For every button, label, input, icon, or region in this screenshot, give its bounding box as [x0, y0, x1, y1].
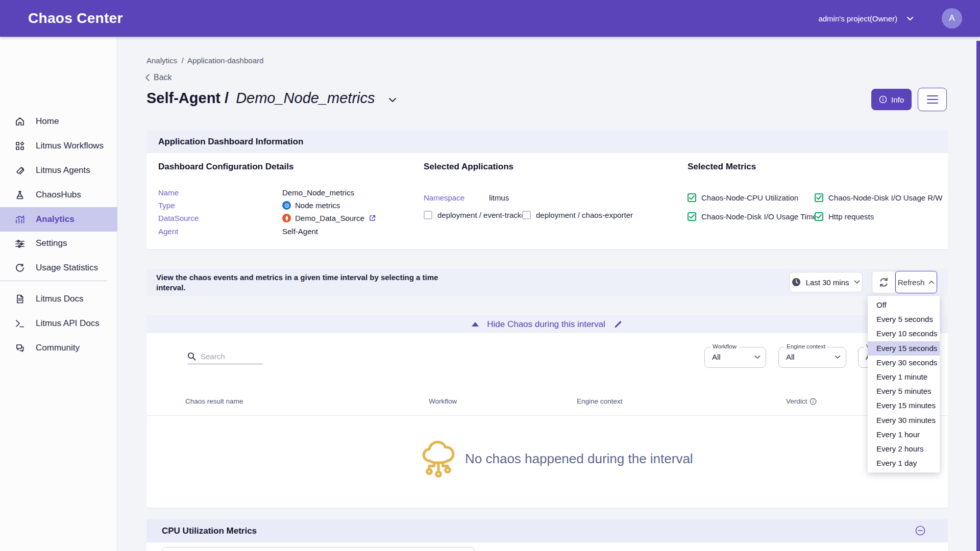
- menu-item-every-2-hours[interactable]: Every 2 hours: [868, 442, 940, 456]
- config-datasource-value: Demo_Data_Source: [282, 214, 376, 222]
- checkbox-label: Http requests: [828, 212, 874, 221]
- menu-item-every-5-seconds[interactable]: Every 5 seconds: [868, 312, 940, 327]
- sidebar-item-label: Home: [36, 116, 59, 127]
- workflow-filter-select[interactable]: Workflow All: [704, 347, 766, 368]
- sidebar-item-label: Litmus API Docs: [36, 318, 100, 329]
- sidebar-item-label: Litmus Workflows: [36, 141, 104, 151]
- menu-item-every-1-minute[interactable]: Every 1 minute: [868, 370, 940, 384]
- sidebar-item-chaoshubs[interactable]: ChaosHubs: [0, 183, 117, 207]
- sidebar-item-litmus-agents[interactable]: Litmus Agents: [0, 158, 117, 183]
- menu-item-every-1-hour[interactable]: Every 1 hour: [868, 428, 940, 442]
- sidebar-item-label: Litmus Docs: [36, 294, 84, 304]
- column-header-workflow: Workflow: [429, 397, 457, 405]
- panel-title: Application Dashboard Information: [158, 137, 303, 147]
- menu-item-every-15-minutes[interactable]: Every 15 minutes: [868, 398, 940, 413]
- title-dropdown-caret[interactable]: [388, 95, 397, 105]
- engine-context-filter-select[interactable]: Engine context All: [778, 347, 846, 368]
- title-agent: Self-Agent /: [146, 90, 229, 107]
- api-docs-icon: [14, 318, 26, 329]
- collapse-triangle-icon[interactable]: [472, 322, 479, 327]
- chevron-down-icon: [835, 355, 841, 359]
- search-field: [187, 349, 263, 364]
- docs-icon: [14, 293, 26, 305]
- metric-checkbox-http-requests[interactable]: Http requests: [815, 212, 874, 221]
- metric-checkbox-disk-io-rw[interactable]: Chaos-Node-Disk I/O Usage R/W: [815, 193, 942, 202]
- sidebar-item-settings[interactable]: Settings: [0, 231, 117, 256]
- table-divider: [146, 415, 948, 416]
- checkbox-unchecked-icon[interactable]: [522, 211, 531, 219]
- vertical-scrollbar[interactable]: [976, 41, 980, 551]
- sidebar-item-label: Analytics: [36, 214, 75, 224]
- chaos-collapse-bar: Hide Chaos during this interval: [146, 315, 948, 333]
- cpu-section-title: CPU Utilization Metrics: [162, 526, 257, 536]
- sidebar-item-usage-statistics[interactable]: Usage Statistics: [0, 256, 117, 280]
- menu-item-every-1-day[interactable]: Every 1 day: [868, 456, 940, 470]
- checkbox-label: Chaos-Node-Disk I/O Usage Times: [701, 212, 821, 221]
- menu-item-off[interactable]: Off: [868, 298, 940, 312]
- cpu-utilization-section-header: CPU Utilization Metrics: [146, 519, 948, 542]
- edit-pencil-icon[interactable]: [614, 320, 623, 329]
- time-range-select[interactable]: Last 30 mins: [789, 272, 863, 292]
- checkbox-checked-icon[interactable]: [815, 193, 823, 202]
- refresh-interval-dropdown-button[interactable]: Refresh: [895, 271, 937, 293]
- chevron-down-icon: [754, 355, 761, 359]
- cpu-section-body: [146, 542, 948, 551]
- application-checkbox-event-tracker[interactable]: deployment / event-tracker: [424, 211, 528, 219]
- menu-item-every-10-seconds[interactable]: Every 10 seconds: [868, 327, 940, 341]
- application-dashboard-information-panel: Application Dashboard Information Dashbo…: [146, 130, 948, 249]
- back-button[interactable]: Back: [145, 73, 172, 82]
- selected-metrics-heading: Selected Metrics: [688, 162, 756, 172]
- checkbox-checked-icon[interactable]: [688, 193, 696, 202]
- avatar[interactable]: A: [942, 8, 962, 29]
- checkbox-unchecked-icon[interactable]: [424, 211, 432, 219]
- sidebar-item-litmus-workflows[interactable]: Litmus Workflows: [0, 134, 117, 158]
- info-button-label: Info: [891, 95, 904, 104]
- checkbox-label: Chaos-Node-CPU Utilization: [701, 193, 798, 202]
- external-link-icon[interactable]: [369, 214, 376, 222]
- checkbox-checked-icon[interactable]: [815, 212, 823, 221]
- column-header-chaos-result-name: Chaos result name: [185, 397, 243, 405]
- breadcrumb-analytics[interactable]: Analytics: [146, 56, 177, 65]
- namespace-label: Namespace: [424, 193, 464, 202]
- application-checkbox-chaos-exporter[interactable]: deployment / chaos-exporter: [522, 211, 633, 219]
- menu-item-every-15-seconds[interactable]: Every 15 seconds: [868, 341, 940, 356]
- search-input[interactable]: [201, 352, 257, 361]
- avatar-letter: A: [949, 13, 954, 23]
- hide-chaos-label[interactable]: Hide Chaos during this interval: [487, 319, 605, 330]
- refresh-now-button[interactable]: [872, 271, 895, 293]
- config-agent-label: Agent: [158, 227, 178, 236]
- breadcrumb-application-dashboard[interactable]: Application-dashboard: [187, 56, 263, 65]
- time-interval-bar: View the chaos events and metrics in a g…: [146, 269, 948, 296]
- collapse-minus-icon[interactable]: [915, 525, 925, 538]
- checkbox-checked-icon[interactable]: [688, 212, 696, 221]
- info-button[interactable]: Info: [871, 89, 912, 110]
- chaos-center-app: Chaos Center admin's project(Owner) A Ho…: [0, 0, 980, 551]
- sidebar-item-litmus-docs[interactable]: Litmus Docs: [0, 287, 117, 311]
- title-dashboard-name: Demo_Node_metrics: [236, 90, 375, 107]
- dashboard-options-menu-button[interactable]: [918, 88, 947, 111]
- project-selector[interactable]: admin's project(Owner): [818, 0, 914, 37]
- filter-label: Engine context: [784, 343, 828, 349]
- column-header-engine-context: Engine context: [577, 397, 622, 405]
- sidebar-item-litmus-api-docs[interactable]: Litmus API Docs: [0, 311, 117, 336]
- info-icon[interactable]: [810, 398, 817, 405]
- menu-item-every-30-minutes[interactable]: Every 30 minutes: [868, 413, 940, 428]
- namespace-value: litmus: [489, 193, 509, 202]
- filter-label: Workflow: [710, 343, 739, 349]
- sidebar-item-analytics[interactable]: Analytics: [0, 207, 117, 232]
- top-header-bar: Chaos Center admin's project(Owner) A: [0, 0, 980, 37]
- panel-header: Application Dashboard Information: [146, 130, 948, 153]
- chaoshubs-icon: [14, 189, 26, 201]
- metric-checkbox-cpu-utilization[interactable]: Chaos-Node-CPU Utilization: [688, 193, 798, 202]
- sidebar-item-home[interactable]: Home: [0, 109, 117, 134]
- home-icon: [14, 116, 26, 127]
- config-name-value: Demo_Node_metrics: [282, 188, 354, 197]
- analytics-icon: [14, 214, 26, 225]
- menu-item-every-5-minutes[interactable]: Every 5 minutes: [868, 384, 940, 398]
- metric-checkbox-disk-io-times[interactable]: Chaos-Node-Disk I/O Usage Times: [688, 212, 821, 221]
- checkbox-label: deployment / event-tracker: [437, 211, 528, 219]
- usage-statistics-icon: [14, 262, 26, 273]
- menu-item-every-30-seconds[interactable]: Every 30 seconds: [868, 356, 940, 370]
- breadcrumb-separator: /: [181, 56, 183, 65]
- sidebar-item-community[interactable]: Community: [0, 336, 117, 360]
